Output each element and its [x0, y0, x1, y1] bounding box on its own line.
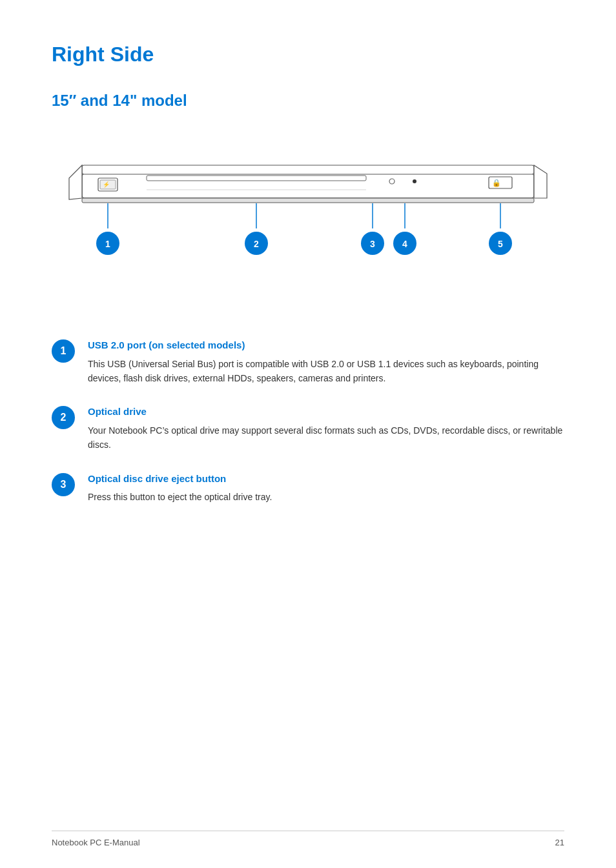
item-2-heading: Optical drive — [88, 405, 564, 419]
item-2-content: Optical drive Your Notebook PC’s optical… — [88, 405, 564, 452]
svg-text:3: 3 — [370, 239, 375, 249]
item-1-badge: 1 — [52, 339, 75, 363]
svg-marker-3 — [69, 165, 82, 199]
footer-left: Notebook PC E-Manual — [52, 836, 140, 849]
item-2-badge: 2 — [52, 406, 75, 429]
svg-rect-1 — [82, 165, 534, 174]
item-3-content: Optical disc drive eject button Press th… — [88, 472, 564, 505]
svg-rect-2 — [82, 198, 534, 203]
item-3-desc: Press this button to eject the optical d… — [88, 490, 564, 504]
section-title: 15″ and 14" model — [52, 89, 564, 112]
page: Right Side 15″ and 14" model — [0, 0, 616, 868]
item-3-badge: 3 — [52, 473, 75, 496]
item-2: 2 Optical drive Your Notebook PC’s optic… — [52, 405, 564, 452]
svg-rect-8 — [147, 176, 366, 181]
svg-text:2: 2 — [254, 239, 259, 249]
item-1: 1 USB 2.0 port (on selected models) This… — [52, 338, 564, 385]
svg-text:1: 1 — [105, 239, 110, 249]
svg-text:5: 5 — [498, 239, 503, 249]
item-3: 3 Optical disc drive eject button Press … — [52, 472, 564, 505]
svg-marker-4 — [534, 165, 547, 198]
item-2-desc: Your Notebook PC’s optical drive may sup… — [88, 423, 564, 452]
diagram-container: ⚡ 🔒 — [52, 138, 564, 306]
item-3-heading: Optical disc drive eject button — [88, 472, 564, 487]
svg-text:⚡: ⚡ — [103, 181, 110, 188]
items-list: 1 USB 2.0 port (on selected models) This… — [52, 338, 564, 504]
svg-point-10 — [389, 179, 395, 184]
item-1-desc: This USB (Universal Serial Bus) port is … — [88, 357, 564, 386]
item-1-content: USB 2.0 port (on selected models) This U… — [88, 338, 564, 385]
footer-right: 21 — [555, 836, 564, 849]
item-1-heading: USB 2.0 port (on selected models) — [88, 338, 564, 353]
svg-text:🔒: 🔒 — [492, 178, 501, 187]
page-title: Right Side — [52, 39, 564, 70]
svg-text:4: 4 — [402, 239, 407, 249]
laptop-diagram: ⚡ 🔒 — [52, 138, 564, 306]
svg-point-11 — [413, 179, 416, 183]
footer: Notebook PC E-Manual 21 — [52, 831, 564, 849]
